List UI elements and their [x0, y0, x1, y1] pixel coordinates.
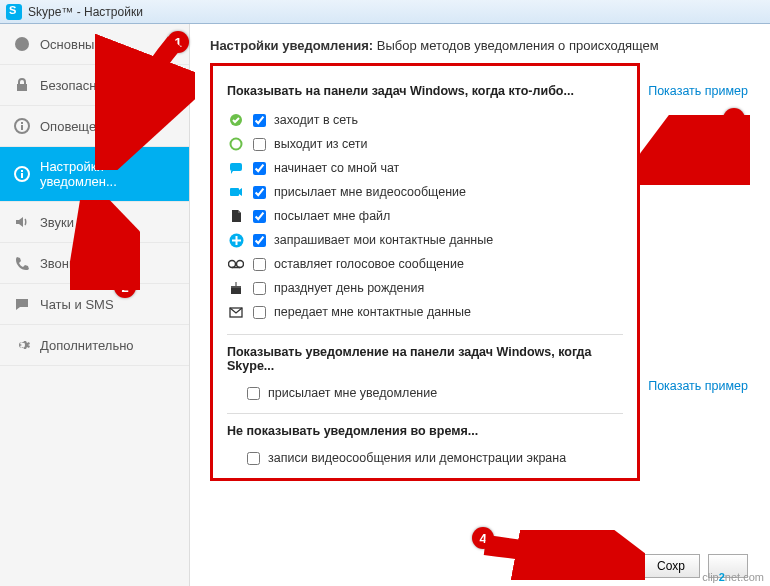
- main-container: Основные Безопасность Оповещения Настрой…: [0, 24, 770, 586]
- main-panel: Настройки уведомления: Выбор методов уве…: [190, 24, 770, 586]
- sidebar-item-sounds[interactable]: Звуки: [0, 202, 189, 243]
- sidebar-item-notifications[interactable]: Настройки уведомлен...: [0, 147, 189, 202]
- sidebar-item-advanced[interactable]: Дополнительно: [0, 325, 189, 366]
- divider: [227, 334, 623, 335]
- option-row: присылает мне уведомление: [227, 383, 623, 403]
- option-row: выходит из сети: [227, 132, 623, 156]
- gear-icon: [14, 337, 30, 353]
- option-row: запрашивает мои контактные данные: [227, 228, 623, 252]
- checkbox-video[interactable]: [253, 186, 266, 199]
- window-title: Skype™ - Настройки: [28, 5, 143, 19]
- checkbox-chat[interactable]: [253, 162, 266, 175]
- option-label: посылает мне файл: [274, 209, 390, 223]
- option-row: посылает мне файл: [227, 204, 623, 228]
- divider: [227, 413, 623, 414]
- svg-rect-10: [230, 188, 239, 196]
- checkbox-contact-request[interactable]: [253, 234, 266, 247]
- speaker-icon: [14, 214, 30, 230]
- birthday-icon: [227, 279, 245, 297]
- sidebar-item-label: Звуки: [40, 215, 74, 230]
- file-icon: [227, 207, 245, 225]
- option-label: запрашивает мои контактные данные: [274, 233, 493, 247]
- heading-strong: Настройки уведомления:: [210, 38, 373, 53]
- sidebar-item-label: Основные: [40, 37, 102, 52]
- option-row: празднует день рождения: [227, 276, 623, 300]
- skype-icon: [6, 4, 22, 20]
- svg-point-12: [229, 261, 236, 268]
- phone-icon: [14, 255, 30, 271]
- option-label: записи видеосообщения или демонстрации э…: [268, 451, 566, 465]
- heading-rest: Выбор методов уведомления о происходящем: [377, 38, 659, 53]
- svg-rect-6: [21, 170, 23, 172]
- checkbox-birthday[interactable]: [253, 282, 266, 295]
- sidebar-item-label: Настройки уведомлен...: [40, 159, 175, 189]
- checkbox-send-contact[interactable]: [253, 306, 266, 319]
- svg-rect-17: [236, 282, 237, 286]
- voicemail-icon: [227, 255, 245, 273]
- chat-start-icon: [227, 159, 245, 177]
- option-label: присылает мне уведомление: [268, 386, 437, 400]
- lock-icon: [14, 77, 30, 93]
- option-row: передает мне контактные данные: [227, 300, 623, 324]
- option-label: оставляет голосовое сообщение: [274, 257, 464, 271]
- add-contact-icon: [227, 231, 245, 249]
- sidebar-item-label: Оповещения: [40, 119, 118, 134]
- checkbox-online[interactable]: [253, 114, 266, 127]
- svg-point-13: [237, 261, 244, 268]
- sidebar-item-general[interactable]: Основные: [0, 24, 189, 65]
- sidebar-item-label: Дополнительно: [40, 338, 134, 353]
- window-titlebar: Skype™ - Настройки: [0, 0, 770, 24]
- section-title-skype: Показывать уведомление на панели задач W…: [227, 345, 623, 373]
- status-online-icon: [227, 111, 245, 129]
- checkbox-file[interactable]: [253, 210, 266, 223]
- send-contact-icon: [227, 303, 245, 321]
- watermark: clip2net.com: [702, 571, 764, 583]
- show-example-link-1[interactable]: Показать пример: [648, 84, 748, 98]
- svg-point-8: [231, 139, 242, 150]
- sidebar-item-security[interactable]: Безопасность: [0, 65, 189, 106]
- save-button[interactable]: Сохр: [642, 554, 700, 578]
- sidebar-item-label: Звонки: [40, 256, 82, 271]
- section-title-taskbar: Показывать на панели задач Windows, когд…: [227, 84, 623, 98]
- option-row: заходит в сеть: [227, 108, 623, 132]
- checkbox-suppress-recording[interactable]: [247, 452, 260, 465]
- checkbox-offline[interactable]: [253, 138, 266, 151]
- page-heading: Настройки уведомления: Выбор методов уве…: [210, 38, 750, 53]
- option-label: выходит из сети: [274, 137, 368, 151]
- skype-small-icon: [14, 36, 30, 52]
- svg-rect-5: [21, 173, 23, 178]
- sidebar-item-chats[interactable]: Чаты и SMS: [0, 284, 189, 325]
- annotation-badge-1: 1: [167, 31, 189, 53]
- option-label: празднует день рождения: [274, 281, 424, 295]
- checkbox-skype-notify[interactable]: [247, 387, 260, 400]
- option-row: начинает со мной чат: [227, 156, 623, 180]
- sidebar: Основные Безопасность Оповещения Настрой…: [0, 24, 190, 586]
- option-row: присылает мне видеосообщение: [227, 180, 623, 204]
- option-label: начинает со мной чат: [274, 161, 399, 175]
- annotation-badge-3: 3: [723, 108, 745, 130]
- checkbox-voicemail[interactable]: [253, 258, 266, 271]
- video-icon: [227, 183, 245, 201]
- notifications-settings-box: Показывать на панели задач Windows, когд…: [210, 63, 640, 481]
- section-title-suppress: Не показывать уведомления во время...: [227, 424, 623, 438]
- svg-rect-16: [231, 286, 241, 288]
- chat-icon: [14, 296, 30, 312]
- sidebar-item-alerts[interactable]: Оповещения: [0, 106, 189, 147]
- info-icon: [14, 118, 30, 134]
- sidebar-item-label: Безопасность: [40, 78, 123, 93]
- option-label: передает мне контактные данные: [274, 305, 471, 319]
- option-label: заходит в сеть: [274, 113, 358, 127]
- annotation-badge-2: 2: [114, 276, 136, 298]
- sidebar-item-label: Чаты и SMS: [40, 297, 114, 312]
- option-row: записи видеосообщения или демонстрации э…: [227, 448, 623, 468]
- svg-point-0: [15, 37, 29, 51]
- option-row: оставляет голосовое сообщение: [227, 252, 623, 276]
- sidebar-item-calls[interactable]: Звонки: [0, 243, 189, 284]
- svg-rect-3: [21, 122, 23, 124]
- status-offline-icon: [227, 135, 245, 153]
- info-icon: [14, 166, 30, 182]
- option-label: присылает мне видеосообщение: [274, 185, 466, 199]
- svg-rect-9: [230, 163, 242, 171]
- svg-rect-15: [231, 288, 241, 294]
- show-example-link-2[interactable]: Показать пример: [648, 379, 748, 393]
